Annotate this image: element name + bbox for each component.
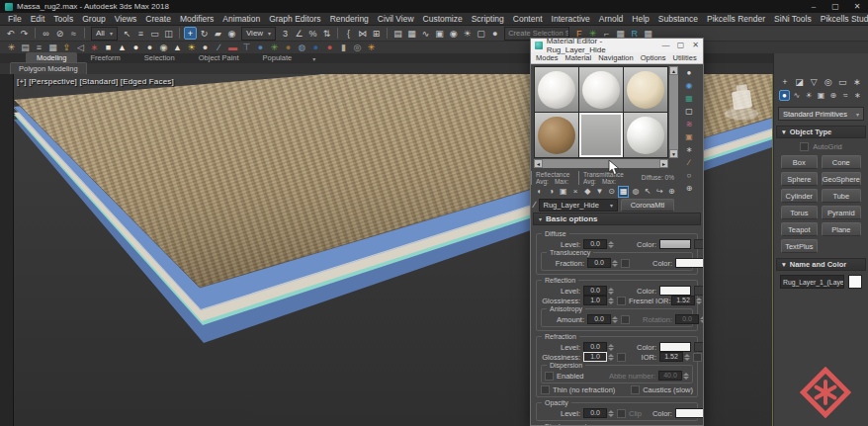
info-icon[interactable]: ◎ [351, 42, 364, 53]
me-menu-item[interactable]: Utilities [673, 53, 697, 62]
menu-item[interactable]: Create [145, 14, 171, 24]
bind-spacewarp-icon[interactable]: ≈ [67, 27, 80, 40]
geometry-button[interactable]: ● [779, 90, 790, 101]
modify-tab[interactable]: ◪ [794, 75, 806, 88]
menu-item[interactable]: Views [115, 14, 137, 24]
material-name-dropdown[interactable]: Rug_Layer_Hide ▾ [539, 199, 618, 212]
angle-snap-icon[interactable]: ∠ [293, 27, 305, 40]
fresnel-ior-spinner[interactable]: 1.52 [671, 296, 702, 305]
motion-tab[interactable]: ◎ [823, 75, 834, 88]
ribbon-tab-populate[interactable]: Populate [252, 52, 304, 63]
me-close-button[interactable]: ✕ [688, 39, 703, 52]
menu-item[interactable]: Animation [222, 14, 260, 24]
pick-from-object-icon[interactable]: ∕ [534, 200, 536, 210]
thin-refraction-checkbox[interactable] [541, 385, 550, 394]
pan-hand-icon[interactable]: ✳ [5, 42, 18, 53]
graphite-icon[interactable]: ▦ [405, 27, 418, 40]
opacity-clip-checkbox[interactable] [617, 409, 626, 418]
helpers-button[interactable]: ⊕ [827, 90, 838, 101]
show-map-viewport-icon[interactable]: ▦ [618, 186, 629, 198]
material-slot-white-matte[interactable] [535, 67, 578, 112]
select-scale-icon[interactable]: ▰ [212, 27, 224, 40]
put-to-scene-icon[interactable]: ◑ [546, 186, 557, 198]
maximize-button[interactable]: ▢ [825, 0, 846, 13]
render-setup-icon[interactable]: ☀ [461, 27, 474, 40]
plane-button[interactable]: Plane [822, 222, 861, 236]
unlink-icon[interactable]: ⊘ [53, 27, 66, 40]
translucency-map-checkbox[interactable] [621, 259, 630, 268]
redo-icon[interactable]: ↷ [18, 27, 31, 40]
select-object-icon[interactable]: ↖ [121, 27, 133, 40]
create-tab[interactable]: + [779, 75, 791, 88]
menu-item[interactable]: Tools [53, 14, 73, 24]
render-production-icon[interactable]: ● [488, 27, 501, 40]
undo-icon[interactable]: ↶ [4, 27, 17, 40]
me-menu-item[interactable]: Modes [536, 53, 559, 62]
rendered-frame-icon[interactable]: ▢ [475, 27, 487, 40]
make-preview-icon[interactable]: ▣ [682, 131, 696, 142]
material-navigator-icon[interactable]: ⊕ [682, 183, 696, 194]
separator[interactable] [35, 28, 36, 39]
menu-item[interactable]: Help [632, 14, 649, 24]
separator[interactable] [84, 28, 85, 39]
sample-window-icon[interactable]: ▢ [682, 106, 696, 117]
named-selection-icon[interactable]: { [342, 27, 355, 40]
me-menu-item[interactable]: Navigation [598, 53, 633, 62]
align-icon[interactable]: ⊞ [370, 27, 383, 40]
material-slot-white-matte-2[interactable] [579, 67, 623, 112]
menu-item[interactable]: Civil View [378, 14, 414, 24]
refraction-color-swatch[interactable] [659, 342, 691, 352]
go-forward-icon[interactable]: ↪ [654, 186, 665, 198]
snap-toggle-icon[interactable]: 3 [279, 27, 292, 40]
diffuse-map-button[interactable] [694, 239, 704, 249]
reset-map-icon[interactable]: × [569, 186, 580, 198]
box-button[interactable]: Box [781, 155, 818, 169]
select-link-icon[interactable]: ∞ [40, 27, 52, 40]
slots-horizontal-scrollbar[interactable]: ◄ ► [534, 159, 668, 168]
view-reference-dropdown[interactable]: View ▾ [241, 27, 276, 41]
menu-item[interactable]: Arnold [599, 14, 624, 24]
systems-button[interactable]: ∗ [852, 90, 863, 101]
viewport-label[interactable]: [+] [Perspective] [Standard] [Edged Face… [17, 77, 174, 86]
background-checker-icon[interactable]: ▦ [682, 93, 696, 104]
select-rotate-icon[interactable]: ↻ [198, 27, 211, 40]
geosphere-button[interactable]: GeoSphere [822, 172, 861, 186]
sample-type-icon[interactable]: ● [682, 67, 696, 78]
material-editor-titlebar[interactable]: Material Editor - Rug_Layer_Hide — ▢ ✕ [531, 39, 703, 52]
show-end-result-icon[interactable]: ◍ [630, 186, 641, 198]
window-crossing-icon[interactable]: ◫ [162, 27, 175, 40]
reflection-map-button[interactable] [694, 286, 704, 296]
percent-snap-icon[interactable]: % [306, 27, 319, 40]
tube-button[interactable]: Tube [822, 189, 861, 203]
lights-button[interactable]: ☀ [804, 90, 815, 101]
diffuse-color-swatch[interactable] [659, 239, 691, 249]
options-icon[interactable]: ∗ [682, 144, 696, 155]
reflection-color-swatch[interactable] [659, 286, 691, 296]
hierarchy-tab[interactable]: ▽ [808, 75, 820, 88]
menu-item[interactable]: File [8, 14, 22, 24]
separator[interactable] [387, 28, 388, 39]
select-place-icon[interactable]: ◉ [225, 27, 238, 40]
go-to-parent-icon[interactable]: ↖ [643, 186, 653, 198]
teapot-button[interactable]: Teapot [781, 222, 818, 236]
autogrid-checkbox[interactable] [800, 142, 809, 151]
opacity-color-swatch[interactable] [675, 408, 704, 418]
menu-item[interactable]: Edit [31, 14, 45, 24]
material-id-icon[interactable]: ⊙ [606, 186, 617, 198]
backlight-icon[interactable]: ◉ [682, 80, 696, 91]
layer-manager-icon[interactable]: ▤ [391, 27, 404, 40]
reflection-glossiness-spinner[interactable]: 1.0 [583, 296, 614, 305]
translucency-color-swatch[interactable] [675, 258, 704, 268]
textplus-button[interactable]: TextPlus [781, 239, 818, 253]
scroll-right-icon[interactable]: ► [659, 159, 668, 168]
caustics-checkbox[interactable] [631, 385, 640, 394]
minimize-button[interactable]: – [803, 0, 825, 13]
torus-button[interactable]: Torus [781, 206, 818, 219]
abbe-number-spinner[interactable]: 40.0 [658, 371, 689, 381]
sphere-button[interactable]: Sphere [781, 172, 818, 186]
dispersion-enabled-checkbox[interactable] [545, 372, 554, 381]
ribbon-minimize-icon[interactable]: ▾ [312, 55, 315, 63]
refraction-glossiness-checkbox[interactable] [617, 353, 626, 362]
select-move-icon[interactable]: + [184, 27, 197, 40]
me-menu-item[interactable]: Material [565, 53, 592, 62]
